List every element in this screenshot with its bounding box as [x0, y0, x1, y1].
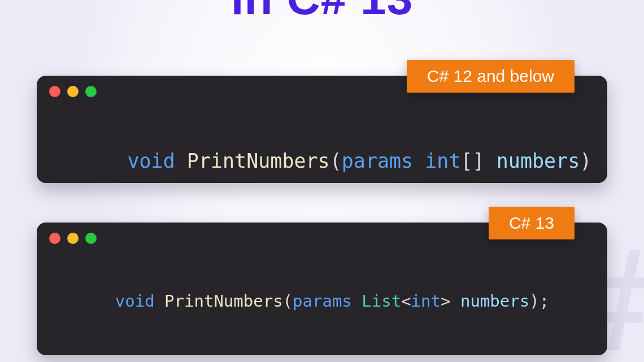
space	[485, 150, 497, 172]
type-int: int	[411, 291, 441, 311]
paren-open: (	[330, 150, 342, 172]
window-close-icon	[49, 86, 60, 97]
version-badge-after: C# 13	[489, 207, 575, 239]
keyword-void: void	[127, 150, 175, 172]
space	[450, 291, 460, 311]
semicolon: ;	[539, 291, 549, 311]
keyword-params: params	[342, 150, 413, 172]
code-line: void PrintNumbers(params int[] numbers)	[37, 116, 607, 206]
space	[175, 150, 187, 172]
content-stage: C# 12 and below void PrintNumbers(params…	[0, 0, 644, 355]
window-zoom-icon	[85, 233, 97, 244]
array-brackets: []	[461, 150, 485, 172]
paren-open: (	[283, 291, 293, 311]
window-close-icon	[49, 233, 60, 244]
angle-open: <	[401, 291, 411, 311]
type-list: List	[362, 291, 401, 311]
window-zoom-icon	[85, 86, 97, 97]
version-badge-before: C# 12 and below	[407, 60, 575, 93]
window-minimize-icon	[67, 233, 79, 244]
space	[413, 150, 425, 172]
method-name: PrintNumbers	[164, 291, 283, 311]
window-minimize-icon	[67, 86, 79, 97]
code-card-before: C# 12 and below void PrintNumbers(params…	[37, 76, 607, 183]
space	[352, 291, 362, 311]
type-int: int	[425, 150, 460, 172]
param-name: numbers	[460, 291, 529, 311]
space	[155, 291, 164, 311]
code-line: void PrintNumbers(params List<int> numbe…	[37, 263, 607, 339]
code-card-after: C# 13 void PrintNumbers(params List<int>…	[37, 223, 607, 355]
method-name: PrintNumbers	[187, 150, 330, 172]
paren-close: )	[529, 291, 539, 311]
keyword-void: void	[115, 291, 155, 311]
param-name: numbers	[497, 150, 580, 172]
angle-close: >	[441, 291, 450, 311]
paren-close: )	[580, 150, 591, 172]
keyword-params: params	[293, 291, 352, 311]
